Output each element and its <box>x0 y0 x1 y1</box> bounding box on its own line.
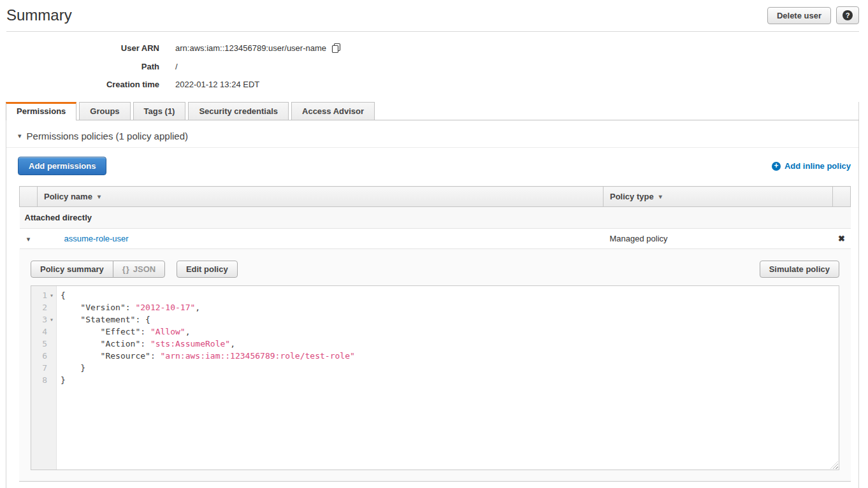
code-line: } <box>61 374 839 386</box>
gutter-line: 5▾ <box>31 338 56 350</box>
copy-icon[interactable] <box>331 43 342 54</box>
user-arn-label: User ARN <box>0 43 159 53</box>
tab-tags[interactable]: Tags (1) <box>133 102 186 120</box>
gutter-line: 6▾ <box>31 350 56 362</box>
braces-icon: {} <box>122 264 130 274</box>
json-editor[interactable]: 1▾2▾3▾4▾5▾6▾7▾8▾ { "Version": "2012-10-1… <box>31 285 839 470</box>
permissions-policies-title: Permissions policies (1 policy applied) <box>27 131 188 141</box>
tab-groups[interactable]: Groups <box>79 102 130 120</box>
table-row-policy: ▾ assume-role-user Managed policy ✖ <box>20 229 851 249</box>
path-value: / <box>175 62 178 71</box>
policy-name-header-label: Policy name <box>44 192 92 201</box>
policy-name-link[interactable]: assume-role-user <box>64 234 129 243</box>
policy-name-cell: assume-role-user <box>38 229 604 249</box>
header-actions: Delete user ? <box>767 6 859 24</box>
policy-type-cell: Managed policy <box>604 229 833 249</box>
code-line: "Action": "sts:AssumeRole", <box>61 338 839 350</box>
sort-caret-icon: ▾ <box>98 193 101 200</box>
simulate-policy-button[interactable]: Simulate policy <box>760 261 839 278</box>
page-header: Summary Delete user ? <box>6 0 859 32</box>
json-editor-lines: { "Version": "2012-10-17", "Statement": … <box>57 286 839 470</box>
remove-policy-cell: ✖ <box>833 229 851 249</box>
field-row-creation-time: Creation time 2022-01-12 13:24 EDT <box>0 80 868 89</box>
help-button[interactable]: ? <box>836 6 859 24</box>
path-label: Path <box>0 62 159 71</box>
creation-time-label: Creation time <box>0 80 159 89</box>
fold-caret-icon[interactable]: ▾ <box>47 289 56 301</box>
code-line: "Version": "2012-10-17", <box>61 301 839 313</box>
page-title: Summary <box>6 6 72 24</box>
remove-policy-icon[interactable]: ✖ <box>838 234 845 243</box>
gutter-line: 8▾ <box>31 374 56 386</box>
add-inline-policy-link[interactable]: + Add inline policy <box>772 161 851 171</box>
field-row-path: Path / <box>0 62 868 71</box>
add-inline-policy-label: Add inline policy <box>785 161 851 171</box>
content-frame: Permissions Groups Tags (1) Security cre… <box>6 102 859 488</box>
policy-view-segmented-group: Policy summary {} JSON <box>31 261 165 278</box>
user-arn-value: arn:aws:iam::123456789:user/user-name <box>175 43 342 54</box>
group-row-attached-directly: Attached directly <box>20 207 851 229</box>
policy-summary-button[interactable]: Policy summary <box>31 261 113 278</box>
policy-table: Policy name ▾ Policy type ▾ Attac <box>19 186 851 249</box>
code-line: "Statement": { <box>61 313 839 326</box>
expanded-policy-panel: Policy summary {} JSON Edit policy Simul… <box>19 249 851 482</box>
gutter-line: 3▾ <box>31 313 56 326</box>
sort-caret-icon: ▾ <box>659 193 662 200</box>
code-line: "Effect": "Allow", <box>61 326 839 338</box>
gutter-line: 4▾ <box>31 326 56 338</box>
edit-policy-button[interactable]: Edit policy <box>177 261 238 278</box>
policy-type-header-label: Policy type <box>610 192 654 201</box>
tab-permissions[interactable]: Permissions <box>6 102 76 120</box>
help-icon: ? <box>843 10 853 20</box>
section-divider <box>6 147 858 148</box>
column-header-policy-type[interactable]: Policy type ▾ <box>604 187 833 207</box>
section-collapse-icon: ▾ <box>18 133 22 140</box>
gutter-line: 2▾ <box>31 301 56 313</box>
header-cell-remove <box>833 187 851 207</box>
policy-detail-toolbar: Policy summary {} JSON Edit policy Simul… <box>31 261 839 278</box>
header-cell-expand <box>20 187 38 207</box>
user-arn-text: arn:aws:iam::123456789:user/user-name <box>175 43 326 53</box>
code-line: } <box>61 362 839 374</box>
policy-actions-row: Add permissions + Add inline policy <box>18 157 851 175</box>
tab-access-advisor[interactable]: Access Advisor <box>291 102 375 120</box>
delete-user-button[interactable]: Delete user <box>767 7 831 24</box>
plus-circle-icon: + <box>772 162 781 171</box>
tab-bar: Permissions Groups Tags (1) Security cre… <box>6 102 859 120</box>
add-permissions-button[interactable]: Add permissions <box>18 157 106 175</box>
json-view-button[interactable]: {} JSON <box>113 261 166 278</box>
code-line: { <box>61 289 839 301</box>
json-button-label: JSON <box>133 264 156 274</box>
policy-view-buttons: Policy summary {} JSON Edit policy <box>31 261 238 278</box>
user-info-section: User ARN arn:aws:iam::123456789:user/use… <box>0 32 868 102</box>
tab-security-credentials[interactable]: Security credentials <box>188 102 289 120</box>
column-header-policy-name[interactable]: Policy name ▾ <box>38 187 604 207</box>
permissions-policies-header[interactable]: ▾ Permissions policies (1 policy applied… <box>18 131 858 141</box>
row-caret-icon: ▾ <box>27 235 31 243</box>
code-line: "Resource": "arn:aws:iam::123456789:role… <box>61 350 839 362</box>
json-editor-gutter: 1▾2▾3▾4▾5▾6▾7▾8▾ <box>31 286 57 470</box>
gutter-line: 1▾ <box>31 289 56 301</box>
row-expand-toggle[interactable]: ▾ <box>20 229 38 249</box>
fold-caret-icon[interactable]: ▾ <box>47 313 56 326</box>
gutter-line: 7▾ <box>31 362 56 374</box>
group-row-label: Attached directly <box>20 207 851 229</box>
creation-time-value: 2022-01-12 13:24 EDT <box>175 80 259 89</box>
field-row-user-arn: User ARN arn:aws:iam::123456789:user/use… <box>0 43 868 54</box>
